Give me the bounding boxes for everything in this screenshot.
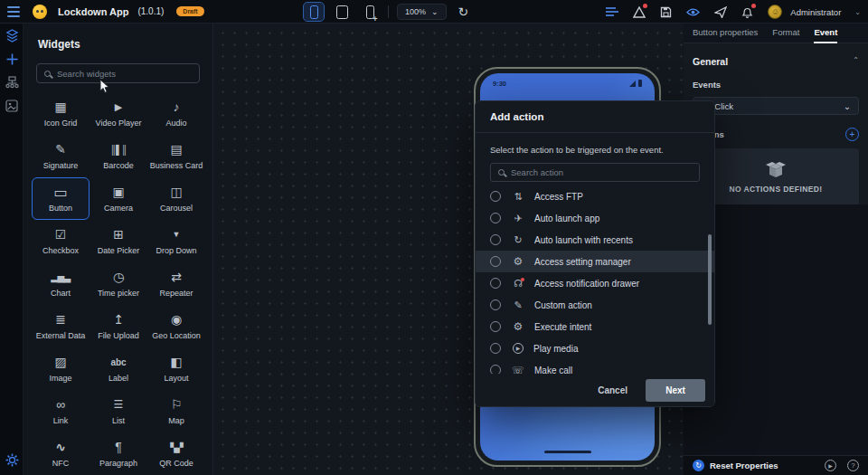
radio-icon[interactable]	[490, 213, 501, 223]
widget-label: QR Code	[159, 459, 193, 468]
action-list-item[interactable]: Access setting manager	[476, 251, 714, 272]
action-list-item[interactable]: Auto launch app	[476, 207, 714, 229]
radio-icon[interactable]	[490, 256, 501, 267]
widget-item-image[interactable]: Image	[32, 347, 90, 390]
widgets-panel-title: Widgets	[38, 38, 212, 51]
widget-item-barcode[interactable]: Barcode	[90, 135, 147, 177]
rail-widgets-layers-icon[interactable]	[0, 24, 24, 47]
widget-item-button[interactable]: Button	[32, 177, 90, 220]
action-list-item[interactable]: Execute intent	[476, 316, 714, 337]
widget-item-nfc[interactable]: NFC	[32, 432, 90, 475]
widget-item-checkbox[interactable]: Checkbox	[32, 220, 90, 262]
widget-item-file-upload[interactable]: File Upload	[90, 305, 147, 347]
action-label: Auto launch app	[534, 214, 599, 223]
radio-icon[interactable]	[490, 191, 501, 202]
widget-item-external-data[interactable]: External Data	[32, 305, 90, 347]
rail-add-icon[interactable]	[0, 47, 24, 71]
rotate-device-icon[interactable]: ↻	[458, 5, 469, 19]
warning-triangle-icon[interactable]	[632, 5, 646, 19]
business-card-icon	[170, 142, 182, 157]
widget-item-business-card[interactable]: Business Card	[147, 135, 205, 177]
notifications-bell-icon[interactable]	[741, 5, 754, 19]
widget-label: NFC	[52, 459, 70, 468]
add-action-plus-icon[interactable]: +	[845, 128, 859, 141]
user-menu-chevron-icon[interactable]: ⌄	[854, 8, 861, 16]
action-list-item[interactable]: Play media	[476, 337, 714, 359]
toolbar-divider	[388, 5, 389, 18]
tab-button-properties[interactable]: Button properties	[693, 24, 758, 43]
collapse-chevron-icon[interactable]: ⌃	[853, 56, 859, 64]
save-icon[interactable]	[659, 5, 673, 19]
widget-item-video-player[interactable]: Video Player	[90, 92, 147, 135]
tab-event[interactable]: Event	[814, 24, 837, 43]
reset-properties-label[interactable]: Reset Properties	[710, 461, 778, 470]
properties-footer: ↻ Reset Properties ▶ ?	[684, 455, 868, 475]
action-label: Custom action	[534, 300, 592, 310]
tab-format[interactable]: Format	[772, 24, 799, 43]
radio-icon[interactable]	[490, 278, 501, 289]
radio-icon[interactable]	[490, 299, 501, 310]
radio-icon[interactable]	[490, 234, 501, 245]
widget-search-input[interactable]	[57, 69, 192, 79]
widget-item-chart[interactable]: Chart	[32, 262, 90, 305]
widget-item-drop-down[interactable]: Drop Down	[147, 220, 205, 262]
rail-media-image-icon[interactable]	[0, 94, 24, 118]
widget-item-audio[interactable]: Audio	[147, 92, 205, 135]
action-list-item[interactable]: Custom action	[476, 294, 714, 316]
widget-item-label[interactable]: Label	[90, 347, 147, 390]
widget-item-date-picker[interactable]: Date Picker	[90, 220, 147, 262]
widget-item-map[interactable]: Map	[147, 390, 205, 432]
hamburger-menu-icon[interactable]	[7, 6, 20, 17]
action-list-item[interactable]: Auto launch with recents	[476, 229, 714, 251]
zoom-dropdown[interactable]: 100% ⌄	[397, 4, 447, 20]
rail-settings-gear-icon[interactable]	[0, 448, 24, 471]
events-label: Events	[693, 80, 859, 90]
event-type-dropdown[interactable]: On Click ⌄	[693, 97, 859, 115]
widget-item-signature[interactable]: Signature	[32, 135, 90, 177]
publish-send-icon[interactable]	[713, 5, 727, 19]
action-search-input[interactable]	[511, 167, 692, 177]
widget-item-qr-code[interactable]: QR Code	[147, 432, 205, 475]
phone-add-icon	[366, 5, 374, 19]
preview-eye-icon[interactable]	[686, 5, 700, 19]
widget-item-paragraph[interactable]: Paragraph	[90, 432, 147, 475]
search-icon	[498, 169, 505, 176]
widget-grid: Icon Grid Video Player Audio Signature B…	[32, 92, 212, 475]
tablet-preview-button[interactable]	[332, 3, 352, 21]
widgets-panel: Widgets Icon Grid Video Player Audio Sig…	[24, 24, 213, 475]
cancel-button[interactable]: Cancel	[598, 385, 627, 395]
reset-icon[interactable]: ↻	[693, 460, 704, 471]
align-list-icon[interactable]	[605, 5, 618, 19]
radio-icon[interactable]	[490, 343, 501, 354]
play-help-icon[interactable]: ▶	[825, 460, 836, 471]
barcode-icon	[110, 142, 127, 157]
app-version: (1.0.1)	[137, 6, 164, 16]
widget-label: Carousel	[160, 204, 193, 213]
widget-item-time-picker[interactable]: Time picker	[90, 262, 147, 305]
action-list-item[interactable]: Access FTP	[476, 185, 714, 207]
radio-icon[interactable]	[490, 321, 501, 332]
add-device-button[interactable]	[360, 3, 380, 21]
widget-item-carousel[interactable]: Carousel	[147, 177, 205, 220]
action-list-item[interactable]: Access notification drawer	[476, 272, 714, 294]
widget-item-repeater[interactable]: Repeater	[147, 262, 205, 305]
action-list-scrollbar[interactable]	[708, 234, 712, 325]
question-help-icon[interactable]: ?	[847, 460, 859, 471]
widget-item-layout[interactable]: Layout	[147, 347, 205, 390]
widget-label: Audio	[165, 119, 186, 128]
layout-icon	[170, 355, 182, 370]
widget-item-icon-grid[interactable]: Icon Grid	[32, 92, 90, 135]
action-search-box[interactable]	[490, 163, 700, 182]
next-button[interactable]: Next	[646, 379, 705, 402]
widget-item-camera[interactable]: Camera	[90, 177, 147, 220]
widget-item-link[interactable]: Link	[32, 390, 90, 432]
map-icon	[171, 397, 183, 413]
action-label: Play media	[533, 344, 578, 354]
widget-search-box[interactable]	[36, 63, 200, 83]
user-avatar[interactable]: ☺	[768, 5, 782, 19]
phone-preview-button[interactable]	[304, 3, 324, 21]
widget-item-geo-location[interactable]: Geo Location	[147, 305, 205, 347]
widget-item-list[interactable]: List	[90, 390, 147, 432]
rail-flow-sitemap-icon[interactable]	[0, 71, 24, 94]
launch-icon	[512, 214, 524, 223]
